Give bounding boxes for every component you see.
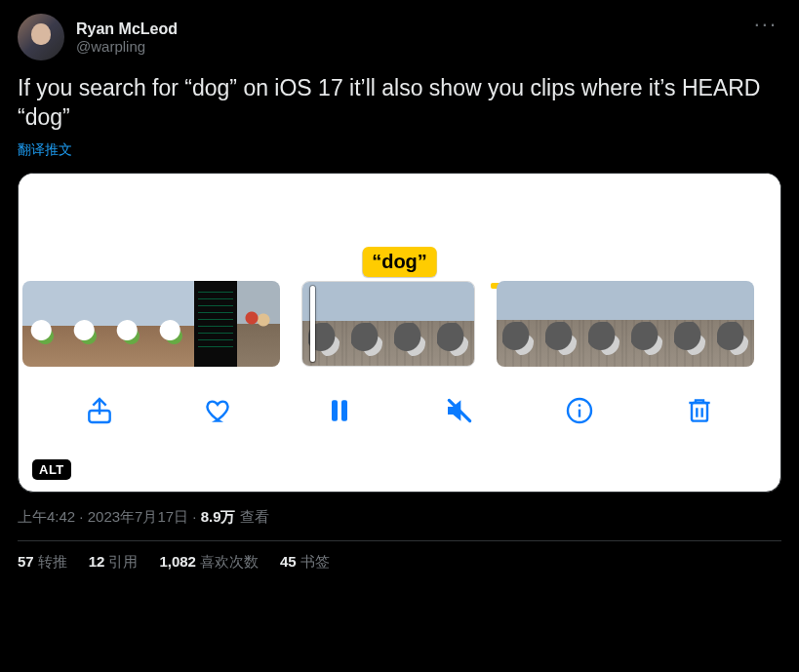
- timeline-frame: [668, 281, 711, 367]
- timeline-frame: [237, 281, 280, 367]
- timeline-frame: [388, 282, 431, 367]
- tweet-container: ··· Ryan McLeod @warpling If you search …: [0, 0, 799, 581]
- video-timeline[interactable]: [19, 281, 780, 367]
- timeline-frame: [711, 281, 754, 367]
- caption-chip: “dog”: [362, 247, 437, 277]
- timeline-frame: [65, 281, 108, 367]
- clip-group-2-active[interactable]: [301, 281, 475, 367]
- author-handle: @warpling: [76, 38, 178, 55]
- timeline-frame: [345, 282, 388, 367]
- tweet-time[interactable]: 上午4:42: [18, 508, 75, 525]
- timeline-frame: [539, 281, 582, 367]
- tweet-body-text: If you search for “dog” on iOS 17 it’ll …: [18, 74, 781, 133]
- svg-rect-6: [692, 403, 707, 421]
- timeline-frame: [151, 281, 194, 367]
- bookmarks-stat[interactable]: 45书签: [280, 553, 330, 572]
- timeline-frame: [431, 282, 474, 367]
- pause-icon[interactable]: [321, 392, 358, 429]
- author-display-name: Ryan McLeod: [76, 20, 178, 38]
- info-icon[interactable]: [561, 392, 598, 429]
- divider: [18, 540, 781, 541]
- tweet-meta: 上午4:42 · 2023年7月17日 · 8.9万 查看: [18, 508, 781, 527]
- avatar[interactable]: [18, 14, 64, 60]
- media-attachment[interactable]: “dog”: [18, 173, 781, 493]
- alt-badge[interactable]: ALT: [32, 459, 71, 480]
- tweet-header: Ryan McLeod @warpling: [18, 14, 781, 60]
- views-label: 查看: [240, 508, 269, 525]
- timeline-frame: [22, 281, 65, 367]
- trash-icon[interactable]: [681, 392, 718, 429]
- share-icon[interactable]: [81, 392, 118, 429]
- quotes-stat[interactable]: 12引用: [89, 553, 139, 572]
- views-count: 8.9万: [201, 508, 236, 525]
- retweets-stat[interactable]: 57转推: [18, 553, 67, 572]
- timeline-frame: [194, 281, 237, 367]
- translate-link[interactable]: 翻译推文: [18, 141, 72, 159]
- svg-point-5: [578, 404, 580, 407]
- media-whitespace: “dog”: [19, 174, 780, 281]
- timeline-frame: [108, 281, 151, 367]
- stats-row: 57转推 12引用 1,082喜欢次数 45书签: [18, 553, 781, 572]
- svg-rect-2: [341, 400, 347, 420]
- timeline-frame: [582, 281, 625, 367]
- heart-icon[interactable]: [201, 392, 238, 429]
- playhead-indicator[interactable]: [310, 286, 315, 362]
- timeline-frame: [302, 282, 345, 367]
- svg-rect-1: [332, 400, 338, 420]
- mute-icon[interactable]: [441, 392, 478, 429]
- more-options-button[interactable]: ···: [754, 12, 778, 37]
- clip-group-3[interactable]: [497, 281, 754, 367]
- timeline-frame: [497, 281, 539, 367]
- clip-group-1[interactable]: [22, 281, 280, 367]
- likes-stat[interactable]: 1,082喜欢次数: [159, 553, 259, 572]
- media-toolbar: [19, 367, 780, 455]
- author-block[interactable]: Ryan McLeod @warpling: [76, 14, 178, 60]
- timeline-frame: [625, 281, 668, 367]
- tweet-date[interactable]: 2023年7月17日: [88, 508, 188, 525]
